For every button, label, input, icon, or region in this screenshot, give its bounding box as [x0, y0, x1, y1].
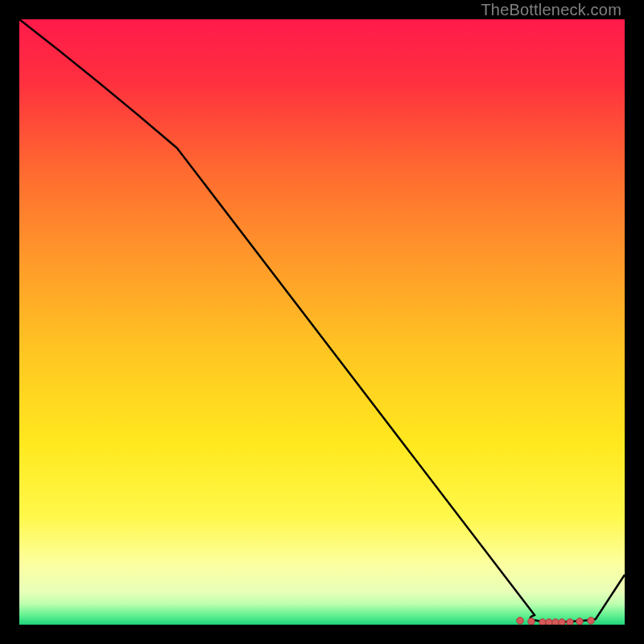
plot-area	[19, 19, 625, 625]
optimal-marker	[528, 618, 535, 625]
watermark-text: TheBottleneck.com	[481, 1, 621, 19]
optimal-marker	[576, 618, 583, 625]
optimal-marker	[559, 619, 565, 625]
optimal-marker	[517, 617, 523, 624]
bottleneck-chart	[19, 19, 625, 625]
optimal-marker	[539, 619, 546, 625]
optimal-marker	[546, 619, 552, 625]
optimal-marker	[588, 617, 594, 624]
optimal-marker	[552, 619, 559, 625]
optimal-marker	[567, 619, 573, 625]
